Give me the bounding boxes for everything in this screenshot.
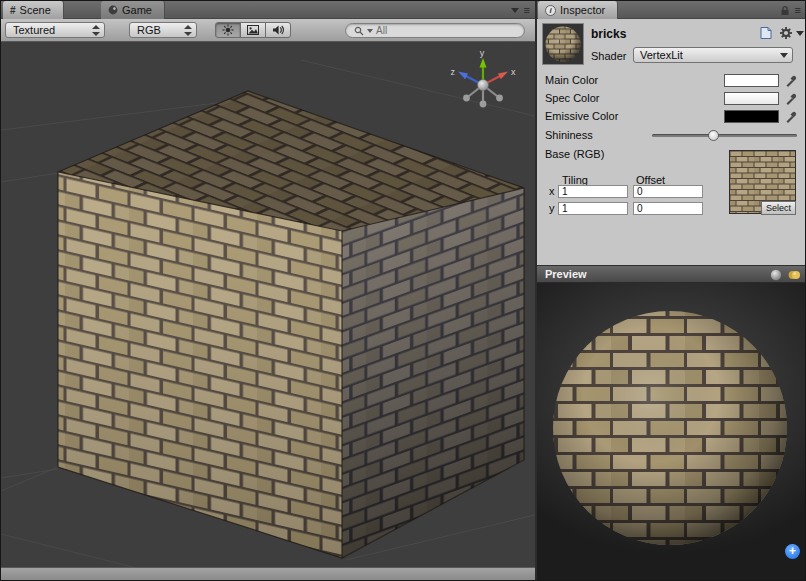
material-name: bricks <box>591 27 626 41</box>
preview-plus-button[interactable]: + <box>785 544 800 559</box>
help-icon[interactable] <box>759 26 773 40</box>
tab-game[interactable]: Game <box>101 1 165 19</box>
lock-icon[interactable] <box>780 5 790 16</box>
inspector-tabbar: i Inspector ≡ <box>537 1 806 19</box>
info-icon: i <box>545 5 556 16</box>
sun-icon <box>221 24 235 36</box>
scene-3d-canvas[interactable]: y x z <box>1 42 535 567</box>
color-mode-value: RGB <box>137 24 161 36</box>
speaker-icon <box>271 24 285 36</box>
search-text: All <box>376 25 387 36</box>
shininess-slider-track[interactable] <box>652 134 797 137</box>
dropdown-updown-icon <box>92 25 100 36</box>
scene-pane: # Scene Game ≡ Textured RGB <box>1 1 535 580</box>
gizmo-x-axis[interactable] <box>498 72 508 80</box>
draw-mode-value: Textured <box>13 24 55 36</box>
spec-color-eyedropper-icon[interactable] <box>784 92 797 106</box>
tiling-x-field[interactable] <box>558 185 628 198</box>
gizmo-z-label: z <box>451 67 456 77</box>
window-bottom-strip <box>1 567 535 580</box>
unity-editor-window: # Scene Game ≡ Textured RGB <box>0 0 806 581</box>
gizmo-y-label: y <box>480 48 485 58</box>
lighting-toggle-button[interactable] <box>215 22 241 38</box>
cube-left-shading <box>58 172 342 558</box>
tiling-x-label: x <box>549 185 555 197</box>
image-icon <box>246 24 260 36</box>
draw-mode-dropdown[interactable]: Textured <box>5 22 105 38</box>
shader-caret-icon <box>780 53 788 58</box>
preview-header[interactable]: Preview <box>537 265 806 283</box>
gizmo-x-label: x <box>511 67 516 77</box>
brick-cube[interactable] <box>58 91 524 558</box>
tab-inspector-label: Inspector <box>560 4 605 16</box>
shader-dropdown[interactable]: VertexLit <box>633 47 793 63</box>
tab-inspector[interactable]: i Inspector <box>538 1 618 19</box>
offset-x-field[interactable] <box>633 185 703 198</box>
scene-toolbar: Textured RGB <box>1 19 535 42</box>
tiling-y-field[interactable] <box>558 202 628 215</box>
offset-y-field[interactable] <box>633 202 703 215</box>
spec-color-label: Spec Color <box>545 91 599 106</box>
gizmo-z-axis[interactable] <box>458 72 468 80</box>
color-mode-dropdown[interactable]: RGB <box>129 22 197 38</box>
emissive-color-label: Emissive Color <box>545 109 618 124</box>
gizmo-gray-axis[interactable] <box>496 95 503 102</box>
audio-toggle-button[interactable] <box>265 22 291 38</box>
emissive-color-eyedropper-icon[interactable] <box>784 110 797 124</box>
spec-color-swatch[interactable] <box>724 92 779 105</box>
gizmo-center[interactable] <box>478 80 489 91</box>
search-field[interactable]: All <box>345 23 525 38</box>
preview-light-toggle-icon[interactable] <box>788 269 800 281</box>
main-color-swatch[interactable] <box>724 74 779 87</box>
tab-scene[interactable]: # Scene <box>3 1 64 19</box>
inspector-pane: i Inspector ≡ <box>537 1 806 580</box>
game-icon <box>108 5 118 15</box>
skybox-toggle-button[interactable] <box>240 22 266 38</box>
material-thumbnail[interactable] <box>542 23 584 65</box>
material-preview[interactable]: + <box>537 283 806 580</box>
preview-sphere-canvas <box>537 283 806 580</box>
panel-dropdown-icon[interactable] <box>511 8 519 13</box>
base-texture-label: Base (RGB) <box>545 147 604 162</box>
shader-value: VertexLit <box>640 49 683 61</box>
base-texture-thumbnail[interactable]: Select <box>729 150 796 214</box>
gear-dropdown-caret-icon[interactable] <box>796 31 804 36</box>
gizmo-y-axis[interactable] <box>480 58 487 68</box>
dropdown-updown-icon <box>184 25 192 36</box>
panel-menu-icon[interactable]: ≡ <box>524 3 530 17</box>
cube-right-shading <box>342 188 524 558</box>
search-icon <box>354 26 364 36</box>
scene-viewport[interactable]: y x z <box>1 42 535 567</box>
preview-sphere-toggle-icon[interactable] <box>770 269 782 281</box>
main-color-eyedropper-icon[interactable] <box>784 74 797 88</box>
preview-sphere-shading <box>553 311 787 545</box>
gizmo-gray-axis[interactable] <box>463 95 470 102</box>
inspector-menu-icon[interactable]: ≡ <box>795 3 801 17</box>
gear-icon[interactable] <box>779 26 793 40</box>
texture-select-button[interactable]: Select <box>761 201 796 215</box>
scene-grid-icon: # <box>10 5 16 16</box>
shininess-slider-thumb[interactable] <box>708 130 719 141</box>
material-inspector: bricks Shader VertexLit M <box>537 19 806 265</box>
scene-tabbar: # Scene Game ≡ <box>1 1 535 19</box>
shininess-label: Shininess <box>545 128 593 143</box>
preview-title: Preview <box>545 268 587 280</box>
gizmo-gray-axis[interactable] <box>480 101 487 108</box>
tiling-y-label: y <box>549 202 555 214</box>
shader-label: Shader <box>591 50 626 62</box>
search-filter-caret-icon[interactable] <box>367 29 373 33</box>
tab-game-label: Game <box>122 4 152 16</box>
emissive-color-swatch[interactable] <box>724 110 779 123</box>
main-color-label: Main Color <box>545 73 598 88</box>
tab-scene-label: Scene <box>20 4 51 16</box>
